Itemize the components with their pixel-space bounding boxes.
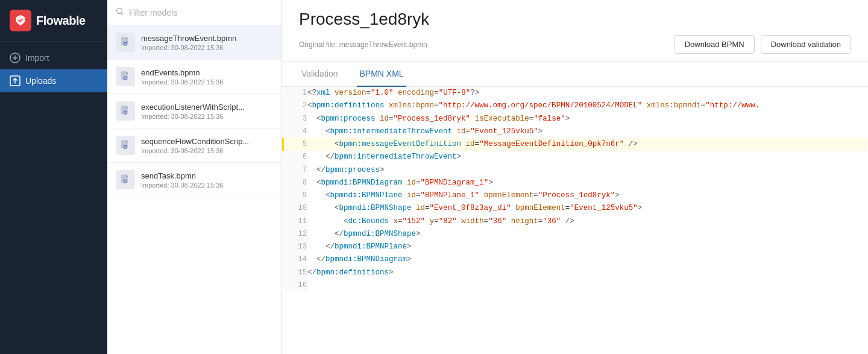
file-date-1: Imported: 30-08-2022 15:36 bbox=[141, 44, 273, 51]
search-input[interactable] bbox=[129, 8, 273, 17]
code-line-5: 5 <bpmn:messageEventDefinition id="Messa… bbox=[283, 138, 867, 151]
line-content-4: <bpmn:intermediateThrowEvent id="Event_1… bbox=[307, 125, 867, 138]
file-name-5: sendTask.bpmn bbox=[141, 171, 273, 180]
code-line-10: 10 <bpmndi:BPMNShape id="Event_0f8z3ay_d… bbox=[283, 202, 867, 215]
code-line-3: 3 <bpmn:process id="Process_1ed8ryk" isE… bbox=[283, 113, 867, 125]
line-num-1: 1 bbox=[283, 87, 307, 100]
content-header: Process_1ed8ryk Original file: messageTh… bbox=[282, 0, 868, 62]
file-icon-4 bbox=[116, 136, 135, 155]
file-name-4: sequenceFlowConditionScrip... bbox=[141, 137, 273, 146]
file-item-1[interactable]: messageThrowEvent.bpmn Imported: 30-08-2… bbox=[107, 25, 281, 60]
search-icon bbox=[116, 7, 124, 17]
code-line-13: 13 </bpmndi:BPMNPlane> bbox=[283, 241, 867, 253]
line-content-16 bbox=[307, 279, 867, 292]
line-num-9: 9 bbox=[283, 189, 307, 202]
file-name-3: executionListenerWithScript... bbox=[141, 103, 273, 112]
file-info-2: endEvents.bpmn Imported: 30-08-2022 15:3… bbox=[141, 68, 273, 86]
line-num-15: 15 bbox=[283, 267, 307, 279]
code-line-2: 2 <bpmn:definitions xmlns:bpmn="http://w… bbox=[283, 100, 867, 112]
sidebar-nav: Import Uploads bbox=[0, 42, 107, 97]
file-icon-2 bbox=[116, 67, 135, 86]
code-line-4: 4 <bpmn:intermediateThrowEvent id="Event… bbox=[283, 125, 867, 138]
line-num-6: 6 bbox=[283, 151, 307, 163]
line-num-3: 3 bbox=[283, 113, 307, 125]
tab-bpmn-xml[interactable]: BPMN XML bbox=[357, 62, 406, 87]
line-num-13: 13 bbox=[283, 241, 307, 253]
file-info-3: executionListenerWithScript... Imported:… bbox=[141, 103, 273, 120]
line-content-11: <dc:Bounds x="152" y="82" width="36" hei… bbox=[307, 215, 867, 228]
code-line-6: 6 </bpmn:intermediateThrowEvent> bbox=[283, 151, 867, 163]
code-line-14: 14 </bpmndi:BPMNDiagram> bbox=[283, 253, 867, 266]
header-actions: Original file: messageThrowEvent.bpmn Do… bbox=[299, 35, 851, 54]
line-num-16: 16 bbox=[283, 279, 307, 292]
file-item-2[interactable]: endEvents.bpmn Imported: 30-08-2022 15:3… bbox=[107, 60, 281, 94]
file-date-2: Imported: 30-08-2022 15:36 bbox=[141, 78, 273, 86]
code-line-11: 11 <dc:Bounds x="152" y="82" width="36" … bbox=[283, 215, 867, 228]
line-content-13: </bpmndi:BPMNPlane> bbox=[307, 241, 867, 253]
line-content-9: <bpmndi:BPMNPlane id="BPMNPlane_1" bpmnE… bbox=[307, 189, 867, 202]
download-bpmn-button[interactable]: Download BPMN bbox=[675, 35, 755, 54]
original-file-label: Original file: messageThrowEvent.bpmn bbox=[299, 40, 427, 49]
line-num-12: 12 bbox=[283, 228, 307, 241]
line-content-5: <bpmn:messageEventDefinition id="Message… bbox=[307, 138, 867, 151]
line-num-8: 8 bbox=[283, 177, 307, 189]
code-line-12: 12 </bpmndi:BPMNShape> bbox=[283, 228, 867, 241]
file-icon-3 bbox=[116, 101, 135, 121]
code-line-8: 8 <bpmndi:BPMNDiagram id="BPMNDiagram_1"… bbox=[283, 177, 867, 189]
line-content-12: </bpmndi:BPMNShape> bbox=[307, 228, 867, 241]
line-content-6: </bpmn:intermediateThrowEvent> bbox=[307, 151, 867, 163]
file-icon-1 bbox=[116, 33, 135, 52]
code-view[interactable]: 1 <?xml version="1.0" encoding="UTF-8"?>… bbox=[282, 87, 868, 354]
download-validation-button[interactable]: Download validation bbox=[761, 35, 851, 54]
code-line-15: 15 </bpmn:definitions> bbox=[283, 267, 867, 279]
file-info-4: sequenceFlowConditionScrip... Imported: … bbox=[141, 137, 273, 154]
file-info-5: sendTask.bpmn Imported: 30-08-2022 15:36 bbox=[141, 171, 273, 189]
logo: Flowable bbox=[0, 0, 107, 42]
upload-icon bbox=[10, 75, 20, 86]
line-num-7: 7 bbox=[283, 164, 307, 177]
file-item-4[interactable]: sequenceFlowConditionScrip... Imported: … bbox=[107, 128, 281, 163]
file-item-3[interactable]: executionListenerWithScript... Imported:… bbox=[107, 94, 281, 128]
line-content-3: <bpmn:process id="Process_1ed8ryk" isExe… bbox=[307, 113, 867, 125]
code-line-16: 16 bbox=[283, 279, 867, 292]
file-name-2: endEvents.bpmn bbox=[141, 68, 273, 77]
line-num-4: 4 bbox=[283, 125, 307, 138]
file-item-5[interactable]: sendTask.bpmn Imported: 30-08-2022 15:36 bbox=[107, 163, 281, 197]
line-content-1: <?xml version="1.0" encoding="UTF-8"?> bbox=[307, 87, 867, 100]
file-icon-5 bbox=[116, 170, 135, 189]
file-date-4: Imported: 30-08-2022 15:36 bbox=[141, 147, 273, 154]
main-content: Process_1ed8ryk Original file: messageTh… bbox=[282, 0, 868, 354]
tabs-bar: Validation BPMN XML bbox=[282, 62, 868, 87]
line-num-10: 10 bbox=[283, 202, 307, 215]
logo-icon bbox=[10, 10, 31, 31]
logo-text: Flowable bbox=[36, 14, 86, 28]
sidebar-item-uploads-label: Uploads bbox=[25, 76, 56, 86]
page-title: Process_1ed8ryk bbox=[299, 10, 851, 29]
line-num-14: 14 bbox=[283, 253, 307, 266]
line-content-14: </bpmndi:BPMNDiagram> bbox=[307, 253, 867, 266]
sidebar-item-import[interactable]: Import bbox=[0, 46, 107, 69]
tab-validation[interactable]: Validation bbox=[299, 62, 340, 87]
sidebar-item-import-label: Import bbox=[25, 53, 49, 63]
code-table: 1 <?xml version="1.0" encoding="UTF-8"?>… bbox=[282, 87, 868, 292]
code-line-7: 7 </bpmn:process> bbox=[283, 164, 867, 177]
file-list: messageThrowEvent.bpmn Imported: 30-08-2… bbox=[107, 25, 281, 354]
line-num-5: 5 bbox=[283, 138, 307, 151]
code-line-9: 9 <bpmndi:BPMNPlane id="BPMNPlane_1" bpm… bbox=[283, 189, 867, 202]
line-content-7: </bpmn:process> bbox=[307, 164, 867, 177]
line-num-2: 2 bbox=[283, 100, 307, 112]
line-content-10: <bpmndi:BPMNShape id="Event_0f8z3ay_di" … bbox=[307, 202, 867, 215]
search-bar bbox=[107, 0, 281, 25]
line-content-15: </bpmn:definitions> bbox=[307, 267, 867, 279]
line-content-8: <bpmndi:BPMNDiagram id="BPMNDiagram_1"> bbox=[307, 177, 867, 189]
line-num-11: 11 bbox=[283, 215, 307, 228]
file-date-3: Imported: 30-08-2022 15:36 bbox=[141, 113, 273, 120]
sidebar: Flowable Import Uploads bbox=[0, 0, 107, 354]
file-name-1: messageThrowEvent.bpmn bbox=[141, 34, 273, 43]
sidebar-item-uploads[interactable]: Uploads bbox=[0, 69, 107, 92]
plus-circle-icon bbox=[10, 52, 20, 63]
file-panel: messageThrowEvent.bpmn Imported: 30-08-2… bbox=[107, 0, 282, 354]
line-content-2: <bpmn:definitions xmlns:bpmn="http://www… bbox=[307, 100, 867, 112]
file-date-5: Imported: 30-08-2022 15:36 bbox=[141, 182, 273, 189]
code-line-1: 1 <?xml version="1.0" encoding="UTF-8"?> bbox=[283, 87, 867, 100]
